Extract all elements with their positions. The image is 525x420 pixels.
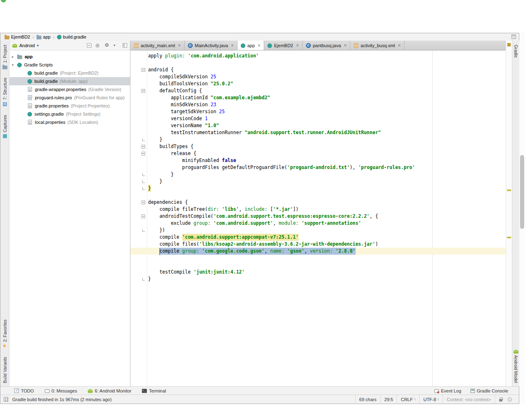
tree-item-build-gradle-project-ejembd2[interactable]: build.gradle(Project: EjemBD2) <box>9 69 130 77</box>
chevron-down-icon[interactable] <box>114 43 119 48</box>
file-status-indicator[interactable] <box>507 43 511 46</box>
chevron-down-icon[interactable]: ▾ <box>37 43 39 48</box>
toolwindow-tab-6-android-monitor[interactable]: 6: Android Monitor <box>88 388 131 393</box>
status-segment-29-5[interactable]: 29:5 <box>380 395 397 404</box>
toolwindow-tab-terminal[interactable]: Terminal <box>142 388 166 393</box>
project-scope-selector[interactable]: Android <box>19 43 35 48</box>
fold-end-icon[interactable] <box>142 180 145 183</box>
chevron-right-icon[interactable]: ▸ <box>12 55 17 59</box>
tree-item-settings-gradle-project-settings[interactable]: settings.gradle(Project Settings) <box>9 110 130 118</box>
code-line-12[interactable]: testInstrumentationRunner "android.suppo… <box>130 129 506 136</box>
warning-marker[interactable] <box>507 189 511 191</box>
code-line-24[interactable]: androidTestCompile('com.android.support.… <box>130 213 506 220</box>
toolwindow-button-2-favorites[interactable]: 2: Favorites <box>2 320 7 349</box>
tree-item-gradle-properties-project-properties[interactable]: gradle.properties(Project Properties) <box>9 102 130 110</box>
status-segment-69-chars[interactable]: 69 chars <box>355 395 380 404</box>
toolwindow-button-build-variants[interactable]: Build Variants <box>2 357 7 383</box>
fold-end-icon[interactable] <box>142 173 145 176</box>
fold-start-icon[interactable] <box>142 145 145 148</box>
fold-start-icon[interactable] <box>142 68 145 72</box>
code-line-29[interactable]: compile group: 'com.google.code.gson', n… <box>130 248 506 255</box>
code-line-22[interactable]: dependencies { <box>130 199 506 206</box>
code-line-2[interactable] <box>130 59 506 66</box>
fold-start-icon[interactable] <box>142 201 145 204</box>
code-line-32[interactable]: testCompile 'junit:junit:4.12' <box>130 269 506 276</box>
code-line-3[interactable]: android { <box>130 66 506 73</box>
toolwindow-button-1-project[interactable]: 1: Project <box>2 45 7 69</box>
code-line-19[interactable]: } <box>130 178 506 185</box>
code-line-11[interactable]: versionName "1.0" <box>130 122 506 129</box>
status-segment-utf-8[interactable]: UTF-8↕ <box>419 395 443 404</box>
fold-end-icon[interactable] <box>142 278 145 281</box>
editor[interactable]: apply plugin: 'com.android.application'a… <box>130 50 506 386</box>
code-line-25[interactable]: exclude group: 'com.android.support', mo… <box>130 220 506 227</box>
window-collapse-icon[interactable] <box>511 34 516 39</box>
code-line-4[interactable]: compileSdkVersion 25 <box>130 73 506 80</box>
toolwindow-button-gradle[interactable]: Gradle <box>514 45 518 58</box>
code-line-1[interactable]: apply plugin: 'com.android.application' <box>130 52 506 59</box>
code-line-26[interactable]: }) <box>130 227 506 234</box>
toolwindow-tab-todo[interactable]: TODO <box>14 388 34 393</box>
code-line-28[interactable]: compile files('libs/ksoap2-android-assem… <box>130 241 506 248</box>
outer-scrollbar[interactable] <box>519 33 525 404</box>
toolwindow-switcher-icon[interactable] <box>4 397 8 402</box>
fold-start-icon[interactable] <box>142 89 145 93</box>
tree-item-gradle-wrapper-properties-gradle-version[interactable]: gradle-wrapper.properties(Gradle Version… <box>9 85 130 94</box>
fold-start-icon[interactable] <box>142 215 145 218</box>
close-icon[interactable]: × <box>344 43 347 48</box>
code-line-21[interactable] <box>130 192 506 199</box>
breadcrumb-item-ejembd2[interactable]: EjemBD2 <box>4 34 31 39</box>
fold-start-icon[interactable] <box>142 152 145 155</box>
code-line-33[interactable]: } <box>130 276 506 283</box>
outer-scrollbar-thumb[interactable] <box>520 155 524 229</box>
target-icon[interactable] <box>96 43 100 48</box>
fold-end-icon[interactable] <box>142 229 145 232</box>
tab-activity-busq-xml[interactable]: activity_busq.xml× <box>350 41 404 50</box>
tab-mainactivity-java[interactable]: MainActivity.java× <box>185 41 237 50</box>
close-icon[interactable]: × <box>178 43 181 48</box>
status-segment-crlf[interactable]: CRLF↕ <box>397 395 419 404</box>
code-line-23[interactable]: compile fileTree(dir: 'libs', include: [… <box>130 206 506 213</box>
tab-app[interactable]: app× <box>237 41 264 50</box>
code-line-17[interactable]: proguardFiles getDefaultProguardFile('pr… <box>130 164 506 171</box>
code-line-15[interactable]: release { <box>130 150 506 157</box>
close-icon[interactable]: × <box>296 43 299 48</box>
code-line-30[interactable] <box>130 255 506 262</box>
code-line-27[interactable]: compile 'com.android.support:appcompat-v… <box>130 234 506 241</box>
code-line-13[interactable]: } <box>130 136 506 143</box>
code-line-8[interactable]: minSdkVersion 23 <box>130 101 506 108</box>
code-line-16[interactable]: minifyEnabled false <box>130 157 506 164</box>
monitor-icon[interactable] <box>508 397 512 402</box>
code-line-18[interactable]: } <box>130 171 506 178</box>
tree-item-proguard-rules-pro-proguard-rules-for-app[interactable]: proguard-rules.pro(ProGuard Rules for ap… <box>9 94 130 102</box>
toolwindow-button-captures[interactable]: Captures <box>2 115 7 139</box>
toolwindow-tab-gradle-console[interactable]: Gradle Console <box>470 388 508 393</box>
code-line-20[interactable]: } <box>130 185 506 192</box>
tab-ejembd2[interactable]: EjemBD2× <box>264 41 302 50</box>
warning-marker[interactable] <box>507 237 511 238</box>
toolwindow-tab-0-messages[interactable]: 0: Messages <box>45 388 77 393</box>
code-line-10[interactable]: versionCode 1 <box>130 115 506 122</box>
chevron-down-icon[interactable]: ▾ <box>12 63 17 67</box>
breadcrumb-item-build-gradle[interactable]: build.gradle <box>56 34 87 39</box>
code-line-31[interactable] <box>130 262 506 269</box>
fold-end-icon[interactable] <box>142 138 145 141</box>
tab-pantbusq-java[interactable]: pantbusq.java× <box>303 41 351 50</box>
toolwindow-tab-event-log[interactable]: Event Log <box>434 388 461 393</box>
close-icon[interactable]: × <box>398 43 401 48</box>
tree-item-app[interactable]: ▸app <box>9 52 130 61</box>
code-line-5[interactable]: buildToolsVersion "25.0.2" <box>130 80 506 87</box>
close-icon[interactable]: × <box>231 43 234 48</box>
close-icon[interactable]: × <box>258 43 260 48</box>
tab-activity-main-xml[interactable]: activity_main.xml× <box>130 41 185 50</box>
gear-icon[interactable] <box>105 43 110 48</box>
tree-item-local-properties-sdk-location[interactable]: local.properties(SDK Location) <box>9 118 130 126</box>
status-segment-context-no-context[interactable]: Context: <no context> <box>443 395 495 404</box>
toolwindow-button-7-structure[interactable]: 7: Structure <box>2 78 7 106</box>
lock-icon[interactable] <box>499 399 502 402</box>
code-line-6[interactable]: defaultConfig { <box>130 87 506 94</box>
fold-end-icon[interactable] <box>142 187 145 190</box>
collapse-icon[interactable] <box>87 43 91 48</box>
hide-icon[interactable] <box>123 43 127 48</box>
code-line-14[interactable]: buildTypes { <box>130 143 506 150</box>
